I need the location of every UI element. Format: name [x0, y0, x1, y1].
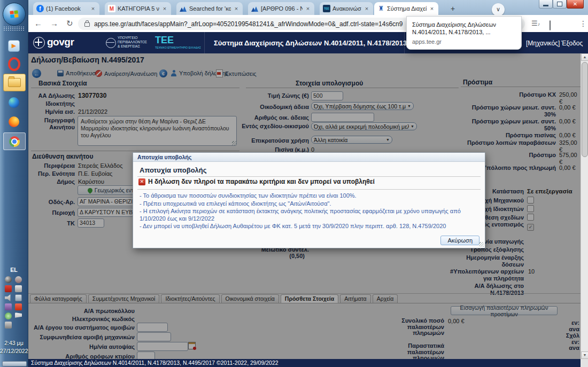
close-tab-icon[interactable]: × [233, 5, 239, 12]
user-role: [Μηχανικός] [526, 40, 560, 47]
app-title: Σύστημα Διαχείρισης Δηλώσεων Ν.4014/2011… [214, 39, 406, 47]
tee-logo-subtext: ΤΕΧΝΙΚΟ ΕΠΙΜΕΛΗΤΗΡΙΟ ΕΛΛΑΔΑΣ [155, 46, 201, 49]
system-tray [5, 276, 23, 329]
window-restore-button[interactable] [553, 0, 567, 9]
tray-certificate-icon[interactable] [5, 313, 12, 319]
logout-link[interactable]: Έξοδος [561, 40, 583, 47]
restore-icon [557, 2, 562, 6]
building-favicon: ♜ [377, 5, 385, 12]
screen: ▶ EL 2:43 μμ 27/12/2022 f (1) Facebook × [0, 0, 588, 367]
tray-s-app-icon[interactable] [15, 276, 22, 283]
taskbar-opera-button[interactable] [3, 56, 25, 72]
list-item: - Δεν μπορεί να υποβληθεί Δήλωση Αυθαιρέ… [140, 223, 476, 230]
tray-antivirus-icon[interactable] [5, 285, 12, 292]
tab-system-active[interactable]: ♜ Σύστημα Διαχείρισ × [374, 2, 438, 15]
media-player-icon: ▶ [8, 40, 20, 52]
cancel-button[interactable]: Ακύρωση [440, 236, 479, 245]
flag-icon[interactable] [15, 313, 22, 319]
taskbar-media-player-button[interactable]: ▶ [3, 37, 25, 54]
list-item: - Η επιλογή Ακίνητα περιοχών σε κατάστασ… [140, 208, 476, 222]
taskbar-edge-button[interactable] [3, 94, 25, 111]
minimize-icon [543, 5, 548, 6]
new-tab-button[interactable]: + [448, 4, 458, 13]
taskbar-chrome-button[interactable] [3, 132, 26, 150]
page-scrollbar[interactable]: ▲ ▼ [581, 53, 588, 359]
facebook-favicon: f [36, 5, 44, 12]
govgr-emblem-icon [33, 37, 45, 49]
window-minimize-button[interactable] [539, 0, 553, 9]
reading-list-icon[interactable]: ☰♪ [531, 19, 540, 27]
dialog-resize-grip[interactable] [479, 242, 484, 247]
network-icon[interactable] [15, 294, 22, 301]
tee-logo: TEE [155, 35, 174, 46]
taskbar-grip [3, 26, 25, 31]
clock-date[interactable]: 27/12/2022 [0, 348, 28, 354]
usb-icon[interactable] [5, 322, 12, 329]
dialog-title-bar[interactable]: Αποτυχία υποβολής [133, 153, 485, 162]
lock-icon [84, 22, 90, 27]
close-tab-icon[interactable]: × [363, 5, 370, 12]
tray-red-app-icon[interactable] [15, 303, 22, 310]
list-item: - Πρέπει υποχρεωτικά να επιλεγεί κάποιος… [140, 200, 476, 208]
close-tab-icon[interactable]: × [305, 5, 311, 12]
reload-icon[interactable]: ↻ [66, 19, 73, 28]
close-tab-icon[interactable]: × [90, 5, 96, 12]
tab-tee-news[interactable]: TEE Ανακοινώσεις | ΤΕ × [320, 2, 373, 15]
start-button[interactable] [3, 3, 26, 26]
list-item: - Το άθροισμα των ποσοστών συνιδιοκτησία… [140, 192, 476, 200]
tooltip-domain: apps.tee.gr [412, 38, 516, 45]
mountain-favicon [180, 5, 187, 12]
browser-menu-icon[interactable]: ⋮ [579, 19, 587, 28]
govgr-logo: govgr [47, 36, 74, 48]
error-x-icon: ✕ [138, 178, 145, 185]
forward-nav-icon[interactable]: → [50, 19, 58, 28]
tab-search-button[interactable]: ∨ [492, 3, 505, 16]
ministry-emblem-icon [106, 38, 116, 48]
tooltip-title: Σύστημα Διαχείρισης Δηλώσεων Ν.4014/2011… [412, 21, 516, 36]
tray-power-plug-icon[interactable] [15, 285, 22, 292]
opera-icon [8, 57, 20, 71]
close-tab-icon[interactable]: × [161, 5, 168, 12]
tab-facebook[interactable]: f (1) Facebook × [33, 2, 99, 15]
taskbar-firefox-button[interactable] [3, 113, 25, 130]
language-indicator[interactable]: EL [0, 267, 28, 273]
volume-icon[interactable] [5, 294, 12, 301]
error-criteria-list: - Το άθροισμα των ποσοστών συνιδιοκτησία… [140, 192, 476, 231]
windows-taskbar: ▶ EL 2:43 μμ 27/12/2022 [0, 0, 28, 367]
submission-failure-dialog: Αποτυχία υποβολής Αποτυχία υποβολής ✕ Η … [133, 152, 485, 248]
chrome-icon [9, 136, 20, 147]
tray-sphere-icon[interactable] [5, 276, 12, 283]
tab-arthro[interactable]: [ΑΡΘΡΟ 096 - Ν. 4 × [248, 2, 314, 15]
dialog-heading: Αποτυχία υποβολής [140, 166, 207, 174]
windows-logo-icon [10, 10, 19, 19]
tray-purple-app-icon[interactable] [5, 303, 12, 310]
show-desktop-button[interactable] [2, 361, 27, 366]
site-footer: Σύστημα Διαχείρισης Δηλώσεων Ν.4014/2011… [28, 359, 581, 367]
scroll-up-button[interactable]: ▲ [581, 53, 588, 61]
mountain-favicon [251, 5, 259, 12]
scroll-down-button[interactable]: ▼ [581, 352, 588, 359]
window-close-button[interactable]: ✕ [567, 0, 584, 9]
back-nav-icon[interactable]: ← [34, 19, 42, 28]
side-panel-icon[interactable] [550, 21, 551, 30]
scrollbar-thumb[interactable] [582, 62, 588, 157]
tab-search[interactable]: Searched for 'κατη × [176, 2, 243, 15]
tab-hover-tooltip: Σύστημα Διαχείρισης Δηλώσεων Ν.4014/2011… [406, 16, 522, 50]
tab-gmail[interactable]: M ΚΑΤΗΓΟΡΙΑ 5 ν 44 × [105, 2, 171, 15]
clock-time[interactable]: 2:43 μμ [0, 340, 28, 346]
ministry-text: ΥΠΟΥΡΓΕΙΟ ΠΕΡΙΒΑΛΛΟΝΤΟΣ & ΕΝΕΡΓΕΙΑΣ [118, 36, 147, 49]
taskbar-explorer-button[interactable] [3, 74, 26, 91]
edge-icon [9, 97, 19, 108]
tee-favicon: TEE [323, 5, 330, 12]
firefox-icon [9, 116, 19, 127]
error-message: ✕ Η δήλωση δεν πληροί τα παρακάτω κριτήρ… [138, 178, 375, 185]
gmail-favicon: M [108, 5, 115, 12]
folder-explorer-icon [8, 78, 21, 87]
close-tab-icon[interactable]: × [429, 5, 435, 12]
